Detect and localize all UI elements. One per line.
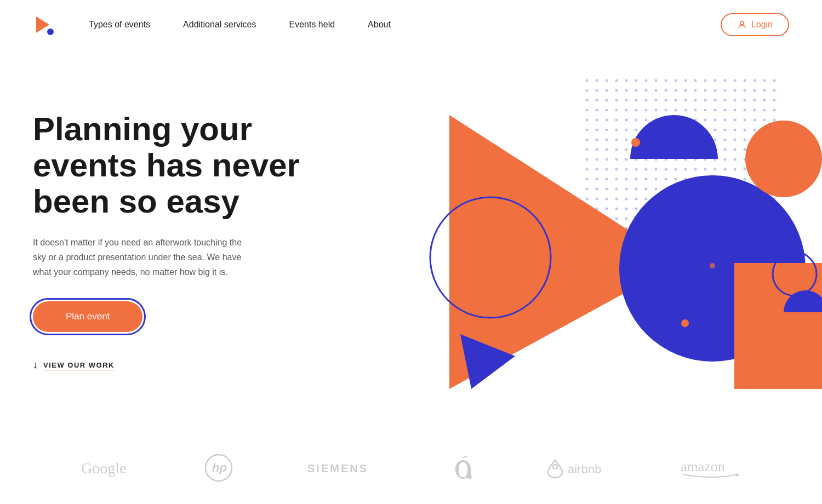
- hero-illustration: [329, 49, 822, 433]
- svg-point-2: [740, 21, 744, 25]
- brand-hp: hp: [204, 454, 233, 484]
- svg-text:airbnb: airbnb: [568, 462, 601, 476]
- svg-marker-0: [36, 16, 49, 33]
- view-work-link[interactable]: ↓ VIEW OUR WORK: [33, 359, 318, 371]
- nav-additional-services[interactable]: Additional services: [183, 20, 256, 30]
- login-label: Login: [751, 20, 773, 30]
- hero-title: Planning your events has never been so e…: [33, 111, 318, 220]
- login-button[interactable]: Login: [721, 13, 789, 36]
- down-arrow-icon: ↓: [33, 359, 38, 371]
- hero-description: It doesn't matter if you need an afterwo…: [33, 235, 252, 280]
- brand-amazon: amazon: [681, 457, 741, 481]
- brand-apple: [453, 456, 473, 482]
- svg-point-20: [553, 465, 557, 469]
- brand-google: Google: [81, 458, 130, 479]
- svg-point-13: [681, 319, 689, 327]
- nav-links: Types of events Additional services Even…: [89, 20, 721, 30]
- svg-point-1: [47, 28, 54, 35]
- svg-text:hp: hp: [212, 461, 227, 474]
- hero-section: Planning your events has never been so e…: [0, 49, 822, 433]
- nav-types-of-events[interactable]: Types of events: [89, 20, 150, 30]
- hero-content: Planning your events has never been so e…: [33, 111, 318, 371]
- svg-marker-23: [735, 473, 740, 477]
- nav-about[interactable]: About: [368, 20, 391, 30]
- brand-siemens: SIEMENS: [307, 458, 379, 479]
- svg-point-9: [745, 121, 822, 197]
- plan-event-button[interactable]: Plan event: [33, 301, 142, 332]
- navbar: Types of events Additional services Even…: [0, 0, 822, 49]
- brands-bar: Google hp SIEMENS airbnb amazon: [0, 433, 822, 504]
- svg-text:SIEMENS: SIEMENS: [307, 462, 368, 474]
- svg-point-12: [631, 138, 640, 147]
- logo[interactable]: [33, 13, 56, 36]
- svg-rect-8: [734, 263, 822, 389]
- svg-text:amazon: amazon: [681, 459, 725, 474]
- brand-airbnb: airbnb: [547, 459, 606, 479]
- view-work-label: VIEW OUR WORK: [43, 361, 115, 369]
- nav-events-held[interactable]: Events held: [289, 20, 335, 30]
- svg-point-15: [710, 263, 715, 268]
- svg-text:Google: Google: [81, 460, 126, 477]
